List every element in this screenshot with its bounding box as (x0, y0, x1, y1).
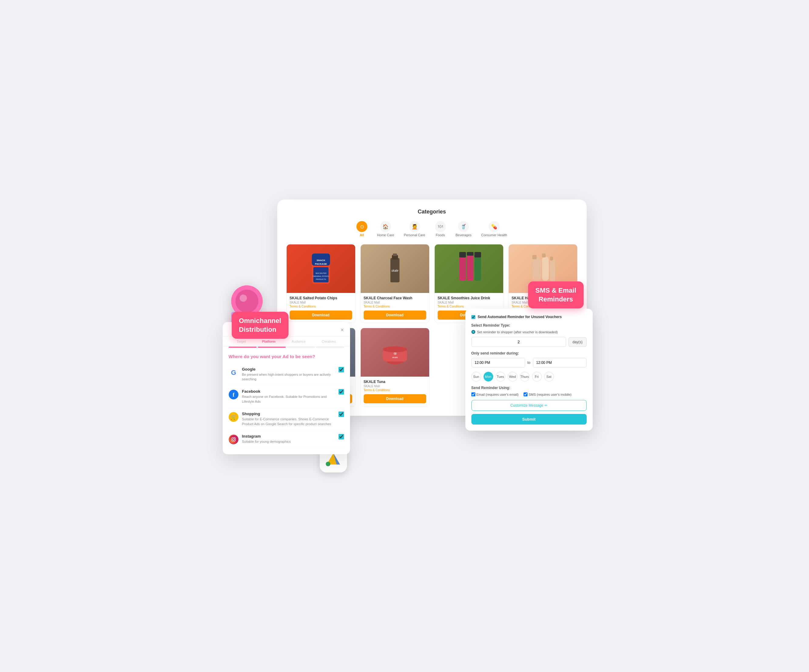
omnichannel-badge-label: OmnichannelDistribution (239, 317, 281, 333)
day-tues[interactable]: Tues (496, 372, 505, 382)
tab-consumerhealth[interactable]: 💊 Consumer Health (481, 221, 507, 237)
facebook-platform-icon: f (229, 390, 238, 399)
platform-item-google: G Google Be present when high-intent sho… (229, 363, 344, 386)
product-card-chips: SNACK PACKAGE SEA SALTED ORIGINAL POTATO… (286, 244, 356, 323)
day-mon[interactable]: Mon (483, 372, 493, 382)
reminder-type-radio[interactable] (472, 330, 475, 334)
personalcare-icon: 💆 (409, 221, 420, 232)
email-checkbox-label: Email (requires user's email) (472, 392, 519, 396)
reminder-checkboxes: Email (requires user's email) SMS (requi… (472, 392, 587, 396)
product-card-facewash: skale SKALE Charcoal Face Wash SKALE Mal… (360, 244, 430, 323)
consumerhealth-icon: 💊 (489, 221, 500, 232)
svg-text:G: G (231, 369, 236, 376)
google-platform-text: Google Be present when high-intent shopp… (242, 367, 335, 382)
auto-reminder-checkbox[interactable] (472, 315, 475, 319)
email-checkbox[interactable] (472, 392, 475, 396)
product-info-facewash: SKALE Charcoal Face Wash SKALE Mall Term… (361, 293, 429, 323)
tab-foods[interactable]: 🍽 Foods (435, 221, 446, 237)
send-reminder-section: Send Reminder Using: Email (requires use… (472, 386, 587, 396)
tab-homecare[interactable]: 🏠 Home Care (377, 221, 394, 237)
progress-3 (287, 347, 315, 348)
product-card-tuna: ⓢ skale SKALE Tuna SKALE Mall Terms & Co… (360, 328, 430, 407)
svg-point-2 (235, 290, 258, 313)
download-btn-chips[interactable]: Download (290, 310, 352, 320)
instagram-platform-checkbox[interactable] (339, 434, 344, 439)
product-terms-facewash: Terms & Conditions (364, 305, 426, 308)
instagram-platform-name: Instagram (242, 434, 291, 439)
svg-rect-36 (550, 256, 553, 260)
time-to-input[interactable] (533, 358, 587, 367)
google-platform-checkbox[interactable] (339, 367, 344, 372)
customize-message-button[interactable]: Customize Message ✏ (472, 400, 587, 411)
panel-close-button[interactable]: × (341, 327, 344, 333)
omnichannel-panel: × Target Platform Audience Creatives Whe… (223, 322, 350, 454)
day-thurs[interactable]: Thurs (520, 372, 530, 382)
facebook-platform-desc: Reach anyone on Facebook. Suitable for P… (242, 394, 335, 404)
step-audience: Audience (292, 340, 305, 343)
product-brand-facewash: SKALE Mall (364, 301, 426, 304)
sms-reminders-card: Send Automated Reminder for Unused Vouch… (465, 309, 593, 431)
svg-text:PRODUCTS: PRODUCTS (316, 278, 326, 280)
email-label-text: Email (requires user's email) (477, 393, 519, 396)
svg-rect-23 (393, 253, 397, 256)
tab-consumerhealth-label: Consumer Health (481, 233, 507, 237)
day-sun[interactable]: Sun (472, 372, 481, 382)
google-platform-desc: Be present when high-intent shoppers or … (242, 372, 335, 382)
day-wed[interactable]: Wed (508, 372, 517, 382)
beverages-icon: 🥤 (458, 221, 469, 232)
sms-label-text: SMS (requires user's mobile) (529, 393, 571, 396)
product-brand-juice: SKALE Mall (438, 301, 500, 304)
svg-rect-32 (532, 255, 537, 259)
product-terms-chips: Terms & Conditions (290, 305, 352, 308)
categories-title: Categories (286, 209, 577, 215)
step-target: Target (237, 340, 246, 343)
download-btn-tuna[interactable]: Download (364, 394, 426, 403)
facebook-platform-checkbox-wrap (339, 389, 344, 396)
platform-item-shopping: 🛒 Shopping Suitable for E-Commerce compa… (229, 408, 344, 430)
tab-beverages[interactable]: 🥤 Beverages (456, 221, 472, 237)
svg-rect-28 (459, 252, 466, 258)
product-terms-juice: Terms & Conditions (438, 305, 500, 308)
svg-rect-30 (474, 252, 481, 258)
sms-checkbox[interactable] (524, 392, 527, 396)
days-unit-label: day(s) (569, 337, 586, 347)
tab-all[interactable]: ⊙ All (356, 221, 368, 237)
svg-point-53 (326, 462, 330, 466)
shopping-platform-text: Shopping Suitable for E-Commerce compani… (242, 412, 335, 426)
progress-bar (223, 347, 350, 351)
progress-1 (229, 347, 257, 348)
product-name-facewash: SKALE Charcoal Face Wash (364, 296, 426, 300)
svg-point-46 (383, 346, 407, 352)
svg-point-3 (240, 295, 247, 302)
day-sat[interactable]: Sat (544, 372, 554, 382)
svg-text:ⓢ: ⓢ (393, 352, 396, 355)
product-brand-tuna: SKALE Mall (364, 384, 426, 388)
instagram-platform-checkbox-wrap (339, 434, 344, 441)
download-btn-facewash[interactable]: Download (364, 310, 426, 320)
shopping-platform-checkbox[interactable] (339, 412, 344, 417)
submit-button[interactable]: Submit (472, 414, 587, 424)
platform-list: G Google Be present when high-intent sho… (223, 363, 350, 454)
auto-reminder-row: Send Automated Reminder for Unused Vouch… (472, 315, 587, 319)
tab-homecare-label: Home Care (377, 233, 394, 237)
shopping-platform-checkbox-wrap (339, 412, 344, 418)
foods-icon: 🍽 (435, 221, 446, 232)
time-separator: to (527, 360, 530, 365)
product-name-juice: SKALE Smoothies Juice Drink (438, 296, 500, 300)
days-input[interactable] (472, 337, 566, 347)
platform-item-instagram: Instagram Suitable for young demographic… (229, 430, 344, 448)
product-image-chips: SNACK PACKAGE SEA SALTED ORIGINAL POTATO… (287, 245, 355, 293)
svg-rect-25 (459, 256, 466, 281)
facebook-platform-checkbox[interactable] (339, 389, 344, 394)
google-platform-icon: G (229, 367, 238, 377)
product-name-chips: SKALE Salted Potato Chips (290, 296, 352, 300)
svg-rect-33 (542, 256, 549, 281)
time-from-input[interactable] (472, 358, 525, 367)
svg-rect-27 (474, 256, 481, 281)
day-fri[interactable]: Fri (532, 372, 542, 382)
tab-beverages-label: Beverages (456, 233, 472, 237)
only-send-label: Only send reminder during: (472, 351, 587, 355)
svg-rect-29 (467, 252, 473, 256)
svg-text:🛒: 🛒 (230, 414, 237, 420)
tab-personalcare[interactable]: 💆 Personal Care (404, 221, 425, 237)
